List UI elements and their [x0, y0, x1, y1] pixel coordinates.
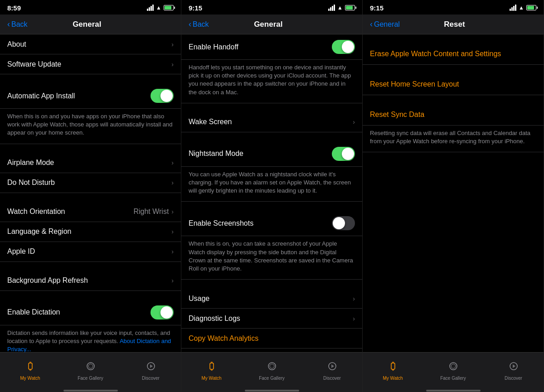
tab-my-watch-label-2: My Watch [201, 376, 221, 381]
nav-bar-3: ‹ General Reset [363, 15, 544, 34]
diagnostic-logs-label: Diagnostic Logs [189, 315, 353, 323]
svg-rect-0 [29, 363, 32, 369]
group-handoff: Enable Handoff Handoff lets you start so… [181, 34, 362, 103]
svg-point-17 [450, 363, 457, 370]
row-airplane-mode[interactable]: Airplane Mode › [0, 153, 181, 173]
tab-bar-1: My Watch Face Gallery Discover [0, 352, 181, 390]
auto-install-knob [160, 90, 173, 102]
panel-reset: 9:15 ▲ ‹ General Reset Erase [363, 0, 544, 392]
erase-label: Erase Apple Watch Content and Settings [370, 50, 536, 58]
about-chevron: › [171, 41, 174, 48]
back-button-3[interactable]: ‹ General [370, 19, 400, 29]
home-bar-3 [426, 390, 481, 392]
gap-p3-1 [363, 65, 544, 74]
tab-my-watch-1[interactable]: My Watch [0, 353, 60, 385]
software-update-label: Software Update [7, 60, 171, 68]
row-language-region[interactable]: Language & Region › [0, 222, 181, 242]
row-sync-data[interactable]: Reset Sync Data [363, 104, 544, 126]
content-2: Enable Handoff Handoff lets you start so… [181, 34, 362, 352]
tab-my-watch-2[interactable]: My Watch [181, 353, 242, 385]
row-usage[interactable]: Usage › [181, 289, 362, 309]
do-not-disturb-chevron: › [171, 179, 174, 186]
tab-face-gallery-3[interactable]: Face Gallery [423, 353, 483, 385]
handoff-toggle[interactable] [332, 40, 355, 54]
dictation-link[interactable]: About Dictation and Privacy... [7, 338, 171, 352]
row-bg-refresh[interactable]: Background App Refresh › [0, 271, 181, 291]
tab-my-watch-3[interactable]: My Watch [363, 353, 423, 385]
bg-refresh-label: Background App Refresh [7, 276, 171, 285]
group-dictation: Enable Dictation Dictation sends informa… [0, 300, 181, 352]
row-erase[interactable]: Erase Apple Watch Content and Settings [363, 44, 544, 65]
software-update-chevron: › [171, 61, 174, 68]
group-bg-refresh: Background App Refresh › [0, 271, 181, 291]
back-button-2[interactable]: ‹ Back [189, 19, 209, 29]
row-software-update[interactable]: Software Update › [0, 54, 181, 74]
status-time-3: 9:15 [370, 4, 384, 12]
do-not-disturb-label: Do Not Disturb [7, 179, 171, 187]
watch-orientation-value: Right Wrist [133, 208, 169, 216]
tab-discover-1[interactable]: Discover [121, 353, 181, 385]
home-bar-2 [245, 390, 299, 392]
auto-install-label: Automatic App Install [7, 92, 151, 100]
row-handoff: Enable Handoff [181, 34, 362, 60]
handoff-knob [342, 41, 354, 53]
tab-face-gallery-2[interactable]: Face Gallery [242, 353, 302, 385]
discover-icon-1 [146, 361, 156, 374]
back-chevron-3: ‹ [370, 19, 373, 29]
row-apple-id[interactable]: Apple ID › [0, 242, 181, 262]
tab-discover-3[interactable]: Discover [483, 353, 544, 385]
home-indicator-3 [363, 390, 544, 392]
row-copy-analytics[interactable]: Copy Watch Analytics [181, 329, 362, 348]
back-label-1: Back [11, 20, 28, 29]
tab-discover-2[interactable]: Discover [302, 353, 362, 385]
svg-marker-13 [331, 364, 334, 368]
gap-p2-3 [181, 202, 362, 211]
status-icons-2: ▲ [328, 5, 355, 11]
my-watch-icon-3 [388, 361, 398, 374]
tab-discover-label-3: Discover [505, 376, 522, 381]
row-wake-screen[interactable]: Wake Screen › [181, 112, 362, 132]
svg-point-4 [88, 364, 93, 368]
diagnostic-logs-chevron: › [353, 315, 355, 322]
nav-bar-1: ‹ Back General [0, 15, 181, 34]
about-label: About [7, 40, 171, 48]
wifi-icon-2: ▲ [337, 5, 343, 11]
group-home-screen: Reset Home Screen Layout [363, 74, 544, 95]
row-watch-orientation[interactable]: Watch Orientation Right Wrist › [0, 202, 181, 222]
signal-icon-1 [147, 5, 154, 11]
tab-bar-3: My Watch Face Gallery Discover [363, 352, 544, 390]
panel-general-left: 8:59 ▲ ‹ Back General About [0, 0, 181, 392]
row-do-not-disturb[interactable]: Do Not Disturb › [0, 173, 181, 193]
my-watch-icon-2 [207, 361, 217, 374]
gap-p3-2 [363, 95, 544, 104]
status-time-1: 8:59 [7, 4, 21, 12]
tab-bar-2: My Watch Face Gallery Discover [181, 352, 362, 390]
home-indicator-2 [181, 390, 362, 392]
wifi-icon-3: ▲ [519, 5, 524, 11]
airplane-mode-chevron: › [171, 159, 174, 166]
auto-install-toggle[interactable] [151, 89, 174, 103]
group-auto-install: Automatic App Install When this is on an… [0, 83, 181, 144]
dictation-toggle[interactable] [151, 305, 174, 319]
sync-data-label: Reset Sync Data [370, 111, 536, 119]
face-gallery-icon-1 [86, 361, 96, 374]
svg-rect-9 [211, 369, 213, 371]
group-erase: Erase Apple Watch Content and Settings [363, 44, 544, 65]
svg-rect-15 [392, 362, 394, 363]
svg-rect-8 [211, 362, 213, 363]
battery-icon-3 [526, 5, 536, 10]
sync-data-description: Resetting sync data will erase all Conta… [363, 126, 544, 152]
battery-icon-1 [164, 5, 174, 10]
status-time-2: 9:15 [189, 4, 202, 12]
row-diagnostic-logs[interactable]: Diagnostic Logs › [181, 309, 362, 329]
row-home-screen[interactable]: Reset Home Screen Layout [363, 74, 544, 95]
nightstand-knob [342, 148, 354, 160]
back-button-1[interactable]: ‹ Back [7, 19, 28, 29]
tab-face-gallery-1[interactable]: Face Gallery [60, 353, 121, 385]
screenshots-toggle[interactable] [332, 216, 355, 230]
nightstand-toggle[interactable] [332, 147, 355, 161]
nav-bar-2: ‹ Back General [181, 15, 362, 34]
screenshots-description: When this is on, you can take a screensh… [181, 236, 362, 280]
back-label-3: General [374, 20, 400, 29]
row-about[interactable]: About › [0, 34, 181, 54]
